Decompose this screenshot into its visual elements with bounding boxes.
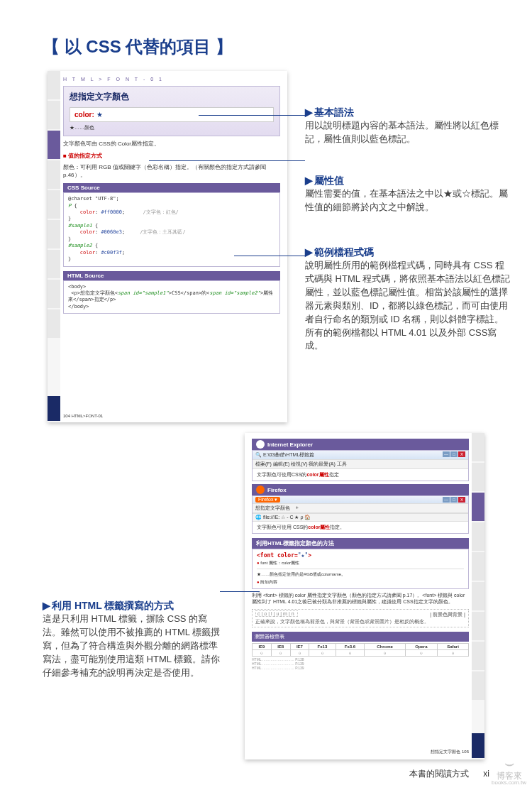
sample-page-bottom: Internet Explorer 🔍 E:\03基礎\HTML標籤篇 —□X … [245,433,484,759]
book-page-footer: 本書的閱讀方式xi [409,768,489,780]
css-source-box: CSS Source @charset "UTF-8"; P { color: … [63,183,280,266]
syntax-property: color: [74,111,94,119]
firefox-window: Firefox ▾ —□X 想指定文字顏色 + 🌐 file:///E: ☆ -… [252,495,469,534]
ie-header: Internet Explorer [252,439,469,450]
browser-check-header: 瀏覽器檢查表 [252,632,469,642]
browser-check-table: IE9IE8IE7Fx13Fx3.6ChromeOperaSafari ○○○○… [252,643,469,657]
sample-page-top: H T M L > F O N T - 0 1 想指定文字顏色 color: ★… [48,71,287,422]
column-block: c|o|l|u|m|n | 前景色與背景 | 正確來說，文字顏色稱為前景色，與背… [252,609,469,627]
property-box: 想指定文字顏色 color: ★ ★……顏色 [63,86,280,136]
watermark: ⌣ 博客來 books.com.tw [492,756,526,786]
firefox-header: Firefox [252,484,469,495]
page-footer-right: 想指定文字顏色 105 [431,749,469,755]
side-tabs-right [472,433,484,759]
callout-basic-syntax: 基本語法 用以說明標題內容的基本語法。屬性將以紅色標記，屬性值則以藍色標記。 [305,105,511,146]
cup-icon: ⌣ [492,756,526,772]
html-source-box: HTML Source <body> <p>想指定文字顏色<span id="s… [63,271,280,314]
leader-line [199,115,305,116]
html-source-body: <body> <p>想指定文字顏色<span id="sample1">CSS<… [63,280,280,314]
leader-line [220,591,260,592]
page-title: 【 以 CSS 代替的項目 】 [43,35,233,58]
leader-line [149,160,305,161]
html-way-box: 利用HTML標籤指定顏色的方法 <font color="★"> ● font … [252,538,469,589]
ie-window: 🔍 E:\03基礎\HTML標籤篇 —□X 檔案(F) 編輯(E) 檢視(V) … [252,450,469,481]
ie-menu: 檔案(F) 編輯(E) 檢視(V) 我的最愛(A) 工具 [253,459,468,469]
description-2: 顏色：可利用 RGB 值或關鍵字（色彩名稱）指定。（有關顏色的指定方式請參閱 p… [63,164,280,179]
description-1: 文字顏色可由 CSS的 Color屬性指定。 [63,141,280,148]
firefox-icon [256,485,265,494]
syntax-value: ★ [96,111,103,119]
value-section-title: ■ 值的指定方式 [63,152,280,160]
callout-attribute-value: 屬性值 屬性需要的值，在基本語法之中以★或☆標記。屬性值的細節將於內文之中解說。 [305,173,511,214]
callout-html-way: 利用 HTML 標籤撰寫的方式 這是只利用 HTML 標籤，摒除 CSS 的寫法… [43,598,223,680]
ie-icon [256,440,265,449]
html-way-header: 利用HTML標籤指定顏色的方法 [252,538,469,549]
html-source-header: HTML Source [63,271,280,280]
callout-sample-code: 範例檔程式碼 說明屬性所用的範例檔程式碼，同時具有 CSS 程式碼與 HTML … [305,245,511,353]
leader-line [234,256,305,256]
font-tag-syntax: <font color="★"> [257,552,464,559]
syntax-legend: ★……顏色 [70,124,274,131]
side-tabs-left [48,71,60,422]
remark-text: 利用 <font> 標籤的 color 屬性指定文字顏色（顏色的指定方式請參閱 … [252,592,469,605]
css-source-header: CSS Source [63,183,280,192]
property-title: 想指定文字顏色 [70,91,274,103]
page-footer-left: 104 HTML>FONT-01 [63,414,103,418]
breadcrumb: H T M L > F O N T - 0 1 [63,77,280,82]
